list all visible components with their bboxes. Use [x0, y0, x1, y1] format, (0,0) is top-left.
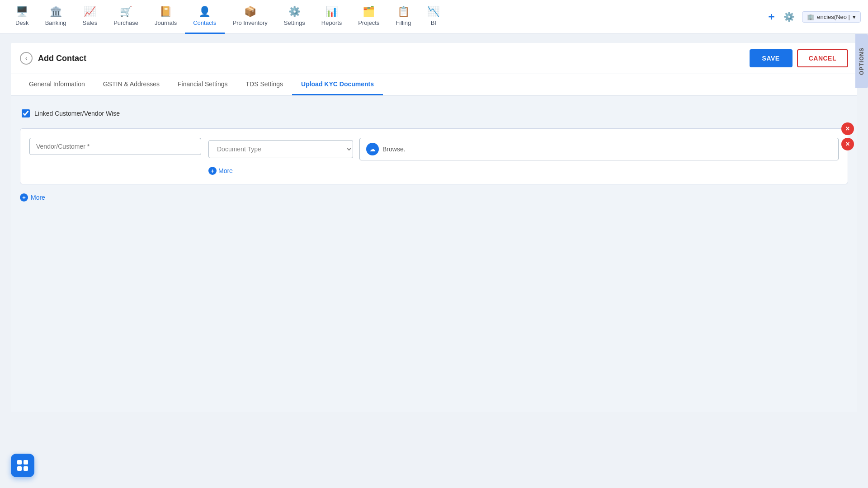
journals-label: Journals [155, 19, 177, 26]
doc-card-inner: Document Type ☁ Browse. + More [29, 138, 839, 175]
document-type-select[interactable]: Document Type [208, 140, 353, 158]
doc-right: Document Type ☁ Browse. + More [208, 138, 839, 175]
tab-general-information[interactable]: General Information [20, 74, 94, 95]
browse-button[interactable]: ☁ Browse. [359, 138, 839, 160]
contacts-icon: 👤 [198, 6, 211, 18]
back-button[interactable]: ‹ [20, 52, 33, 65]
doc-row: Document Type ☁ Browse. [208, 138, 839, 160]
more-outer-label: More [31, 194, 45, 201]
bi-icon: 📉 [427, 6, 439, 18]
more-outer-plus-icon: + [20, 193, 28, 202]
sales-label: Sales [83, 19, 98, 26]
nav-item-journals[interactable]: 📔 Journals [146, 0, 185, 34]
desk-icon: 🖥️ [16, 6, 28, 18]
upload-icon: ☁ [366, 143, 379, 155]
save-button[interactable]: SAVE [750, 49, 793, 67]
journals-icon: 📔 [160, 6, 172, 18]
cancel-button[interactable]: CANCEL [797, 49, 848, 67]
options-sidebar[interactable]: OPTIONS [855, 34, 868, 88]
document-card: × × Document Type ☁ [20, 128, 848, 184]
browse-label: Browse. [382, 145, 406, 153]
page-header: ‹ Add Contact SAVE CANCEL [11, 43, 857, 74]
nav-item-filling[interactable]: 📋 Filling [387, 0, 419, 34]
more-inner-link[interactable]: + More [208, 167, 839, 175]
nav-item-sales[interactable]: 📈 Sales [75, 0, 106, 34]
banking-label: Banking [45, 19, 66, 26]
settings-label: Settings [284, 19, 305, 26]
page-title: Add Contact [38, 54, 86, 63]
remove-top-button[interactable]: × [841, 122, 854, 135]
nav-item-projects[interactable]: 🗂️ Projects [350, 0, 387, 34]
fab-grid-icon [17, 460, 28, 471]
tab-upload-kyc-documents[interactable]: Upload KYC Documents [292, 74, 383, 95]
desk-label: Desk [15, 19, 29, 26]
sales-icon: 📈 [84, 6, 96, 18]
tab-financial-settings[interactable]: Financial Settings [169, 74, 237, 95]
header-actions: SAVE CANCEL [750, 49, 848, 67]
user-menu[interactable]: 🏢 encies(Neo | ▾ [802, 11, 861, 23]
user-label: encies(Neo | [817, 14, 850, 20]
tab-tds-settings[interactable]: TDS Settings [237, 74, 292, 95]
nav-item-bi[interactable]: 📉 BI [419, 0, 448, 34]
reports-label: Reports [321, 19, 342, 26]
nav-item-reports[interactable]: 📊 Reports [313, 0, 350, 34]
chevron-down-icon: ▾ [853, 14, 856, 20]
pro-inventory-icon: 📦 [244, 6, 256, 18]
nav-item-desk[interactable]: 🖥️ Desk [7, 0, 37, 34]
contacts-label: Contacts [193, 19, 216, 26]
user-avatar-icon: 🏢 [807, 14, 814, 20]
more-inner-label: More [218, 167, 233, 174]
bi-label: BI [431, 19, 436, 26]
nav-right: ＋ ⚙️ 🏢 encies(Neo | ▾ [766, 10, 861, 23]
linked-customer-vendor-checkbox[interactable] [22, 109, 30, 117]
linked-customer-vendor-label: Linked Customer/Vendor Wise [34, 110, 120, 117]
banking-icon: 🏛️ [50, 6, 62, 18]
main-content: ‹ Add Contact SAVE CANCEL General Inform… [0, 34, 868, 421]
purchase-icon: 🛒 [120, 6, 132, 18]
tab-gstin-addresses[interactable]: GSTIN & Addresses [94, 74, 169, 95]
navbar: 🖥️ Desk 🏛️ Banking 📈 Sales 🛒 Purchase 📔 … [0, 0, 868, 34]
filling-icon: 📋 [397, 6, 410, 18]
remove-second-button[interactable]: × [841, 138, 854, 150]
add-button[interactable]: ＋ [766, 10, 776, 23]
nav-item-contacts[interactable]: 👤 Contacts [185, 0, 224, 34]
more-outer-link[interactable]: + More [20, 192, 848, 203]
form-body: Linked Customer/Vendor Wise × × Document… [11, 96, 857, 412]
nav-items: 🖥️ Desk 🏛️ Banking 📈 Sales 🛒 Purchase 📔 … [7, 0, 766, 34]
nav-item-pro-inventory[interactable]: 📦 Pro Inventory [225, 0, 276, 34]
filling-label: Filling [396, 19, 411, 26]
settings-gear-icon[interactable]: ⚙️ [783, 11, 795, 22]
page-header-left: ‹ Add Contact [20, 52, 86, 65]
pro-inventory-label: Pro Inventory [233, 19, 268, 26]
projects-label: Projects [358, 19, 379, 26]
settings-icon: ⚙️ [288, 6, 301, 18]
vendor-customer-input[interactable] [29, 138, 201, 155]
fab-button[interactable] [11, 454, 34, 477]
nav-item-purchase[interactable]: 🛒 Purchase [105, 0, 146, 34]
purchase-label: Purchase [113, 19, 138, 26]
more-inner-plus-icon: + [208, 167, 217, 175]
tabs-container: General InformationGSTIN & AddressesFina… [11, 74, 857, 96]
reports-icon: 📊 [326, 6, 338, 18]
linked-customer-vendor-row: Linked Customer/Vendor Wise [20, 105, 848, 122]
vendor-field [29, 138, 201, 155]
projects-icon: 🗂️ [363, 6, 375, 18]
nav-item-banking[interactable]: 🏛️ Banking [37, 0, 75, 34]
nav-item-settings[interactable]: ⚙️ Settings [276, 0, 313, 34]
